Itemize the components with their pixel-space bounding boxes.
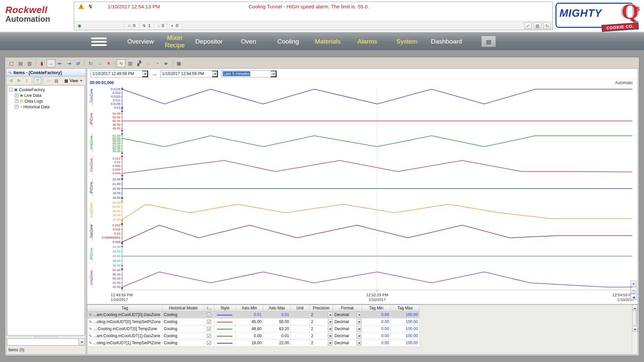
pen-table-row[interactable]: ✎...:Cooling.mCoolUDT[0].TempZoneCooling… (88, 325, 420, 333)
ack-check-button[interactable]: ✓ (524, 22, 532, 29)
export-icon[interactable]: ▥ (25, 59, 34, 67)
bar-chart-icon[interactable]: ▥ (126, 59, 135, 67)
time-cursor-icon[interactable]: ◔ (153, 59, 162, 67)
nav-item-oven[interactable]: Oven (229, 33, 268, 50)
nav-item-mixer-recipe[interactable]: Mixer Recipe (160, 33, 189, 50)
nav-item-overview[interactable]: Overview (121, 33, 160, 50)
dropdown-icon[interactable] (328, 340, 332, 346)
dropdown-icon[interactable] (357, 326, 361, 331)
format-cell[interactable]: Decimal (333, 318, 362, 325)
nav-item-depositor[interactable]: Depositor (189, 33, 229, 50)
alarm-banner[interactable]: ! ↯ 1/10/2017 12:54:13 PM Cooling Tunnel… (74, 2, 553, 30)
precision-cell[interactable]: 2 (309, 325, 333, 333)
precision-cell[interactable]: 2 (309, 340, 333, 347)
dropdown-icon[interactable] (357, 319, 361, 324)
stop-icon[interactable]: ✕ (104, 59, 113, 67)
tree-item-historical-data[interactable]: +◔Historical Data (8, 104, 84, 110)
pan-time-icon[interactable]: ↔ (47, 59, 55, 67)
visible-checkbox[interactable]: ✓ (207, 334, 211, 338)
visible-checkbox[interactable]: ✓ (207, 327, 211, 331)
precision-cell[interactable]: 2 (309, 318, 333, 325)
xy-chart-icon[interactable]: ▞ (135, 59, 144, 67)
line-chart-icon[interactable]: ∿ (117, 59, 125, 67)
start-time-dropdown[interactable] (142, 71, 148, 77)
nav-item-alarms[interactable]: Alarms (347, 33, 387, 50)
tree-item-live-data[interactable]: +◉Live Data (8, 93, 84, 98)
pen-table-row[interactable]: ✎...oling.mCoolUDT[0].TempSetPtZoneCooli… (88, 318, 420, 325)
visible-checkbox[interactable]: ✓ (207, 313, 211, 317)
dropdown-icon[interactable] (357, 312, 361, 317)
view-button[interactable]: ▦ View (62, 77, 85, 84)
nav-item-dashboard[interactable]: Dashboard (427, 33, 466, 50)
nav-item-system[interactable]: System (387, 33, 427, 50)
precision-cell[interactable]: 2 (309, 311, 333, 318)
new-display-icon[interactable]: ▢ (7, 59, 16, 67)
comm-status-cell[interactable]: ◉ (74, 21, 124, 30)
nav-item-cooling[interactable]: Cooling (268, 33, 308, 50)
tree-expander[interactable]: + (15, 105, 18, 109)
refresh-icon[interactable]: ↻ (86, 59, 95, 67)
forward-icon[interactable]: ↻ (15, 77, 22, 84)
dropdown-icon[interactable] (357, 333, 361, 339)
dropdown-icon[interactable] (328, 312, 332, 317)
up-level-icon[interactable]: ↥ (23, 77, 30, 84)
apply-range-icon[interactable]: → (95, 59, 104, 67)
pen-table-row[interactable]: ✎...am:Cooling.mCoolUDT[1].GasZoneCoolin… (88, 333, 420, 340)
panel-splitter[interactable] (6, 336, 86, 338)
format-cell[interactable]: Decimal (333, 333, 362, 340)
visible-checkbox[interactable]: ✓ (207, 341, 211, 345)
zoom-in-button[interactable]: + (631, 281, 637, 287)
swap-range-icon[interactable]: ⇄ (74, 59, 83, 67)
folder-icon[interactable]: ▭ (45, 77, 52, 84)
shrink-time-icon[interactable]: ⇤ (56, 59, 64, 67)
end-time-input[interactable]: 1/10/2017 12:54:59 PM (160, 70, 218, 77)
pen-table-row[interactable]: ✎...am:Cooling.mCoolUDT[0].GasZoneCoolin… (88, 311, 420, 318)
back-icon[interactable]: ↺ (7, 77, 15, 84)
filter-icon[interactable]: ▽ (34, 77, 41, 84)
scroll-down-button[interactable] (632, 326, 638, 331)
format-cell[interactable]: Decimal (333, 311, 362, 318)
item-search-input[interactable] (7, 339, 79, 346)
start-time-input[interactable]: 1/10/2017 12:49:59 PM (91, 70, 148, 77)
print-button[interactable]: ▤ (482, 36, 496, 47)
alarm-row[interactable]: ! ↯ 1/10/2017 12:54:13 PM Cooling Tunnel… (74, 2, 552, 11)
grow-time-icon[interactable]: ⇥ (65, 59, 73, 67)
dropdown-icon[interactable] (328, 319, 332, 324)
tree-item-data-logs[interactable]: +▤Data Logs (8, 98, 84, 104)
visible-checkbox[interactable]: ✓ (207, 320, 211, 324)
dropdown-icon[interactable] (328, 326, 332, 331)
table-scrollbar[interactable] (632, 305, 638, 354)
play-icon[interactable]: ► (162, 59, 171, 67)
tree-item-label: Live Data (24, 93, 42, 98)
format-cell[interactable]: Decimal (333, 340, 362, 347)
precision-cell[interactable]: 2 (309, 333, 333, 340)
tree-expander[interactable]: + (15, 94, 18, 97)
report-icon[interactable]: ▤ (53, 77, 60, 84)
nav-item-materials[interactable]: Materials (308, 33, 347, 50)
scroll-up-button[interactable] (632, 305, 638, 310)
highlight-icon[interactable]: ☼ (144, 59, 153, 67)
zoom-out-button[interactable]: − (631, 287, 637, 293)
item-search-dropdown[interactable] (79, 339, 85, 346)
tree-expander[interactable]: - (9, 88, 13, 92)
range-preset-select[interactable]: Last 5 minutes (221, 70, 277, 77)
chart-options-icon[interactable]: ▦ (174, 59, 183, 67)
pin-icon[interactable]: ▮ (38, 59, 46, 67)
tree-item-cookiefactory[interactable]: -▣CookieFactory (8, 87, 84, 93)
dropdown-icon[interactable] (328, 333, 332, 339)
operator-button[interactable]: ▤ (534, 22, 541, 29)
range-preset-dropdown[interactable] (271, 71, 276, 77)
menu-button[interactable] (91, 36, 107, 47)
refresh-alarms-button[interactable]: ↻ (543, 22, 551, 29)
svg-text:0.01: 0.01 (114, 160, 121, 164)
format-cell[interactable]: Decimal (333, 325, 362, 333)
print-icon[interactable]: ▤ (16, 59, 25, 67)
end-time-dropdown[interactable] (212, 71, 218, 77)
dropdown-icon[interactable] (357, 340, 361, 346)
apply-range-icon[interactable]: → (151, 70, 157, 77)
scroll-thumb[interactable] (633, 310, 637, 326)
chart-pager-button[interactable]: ◂ (631, 294, 637, 300)
tree-expander[interactable]: + (15, 99, 18, 103)
pen-table-row[interactable]: ✎...oling.mCoolUDT[1].TempSetPtZoneCooli… (88, 340, 420, 347)
trend-chart[interactable]: ....GasZone0.01250.0120.01150.0110.01050… (87, 86, 638, 304)
